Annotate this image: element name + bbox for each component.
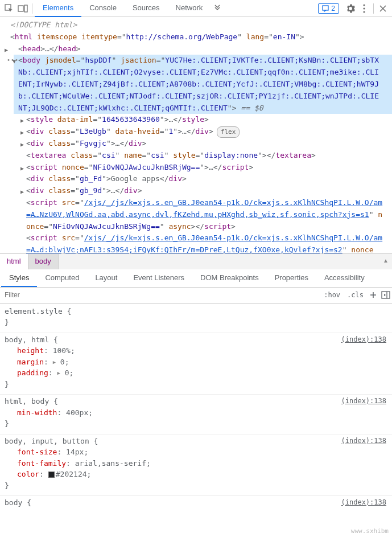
style-rule[interactable]: (index):138 body {	[0, 496, 392, 513]
expand-arrow-icon[interactable]	[20, 187, 24, 196]
breadcrumb: html body ▲	[0, 253, 392, 269]
source-link[interactable]: (index):138	[341, 436, 386, 446]
svg-point-4	[363, 4, 365, 6]
issues-bubble[interactable]: 2	[318, 3, 339, 14]
svg-point-6	[363, 11, 365, 13]
dom-body-selected[interactable]: ••• <body jsmodel="hspDDf" jsaction="YUC…	[14, 55, 392, 114]
dom-div[interactable]: <div class="Fgvgjc">…</div>	[22, 138, 384, 150]
expand-arrow-icon[interactable]	[20, 164, 24, 173]
crumb-html[interactable]: html	[0, 254, 28, 269]
dom-body-children: <style data-iml="1645633643960">…</style…	[6, 114, 392, 253]
expand-arrow-icon[interactable]	[20, 116, 24, 125]
expand-arrow-icon[interactable]	[5, 46, 8, 55]
subtab-styles[interactable]: Styles	[1, 269, 37, 287]
styles-subtabs: Styles Computed Layout Event Listeners D…	[0, 269, 392, 288]
source-link[interactable]: (index):138	[341, 396, 386, 406]
subtab-dom-breakpoints[interactable]: DOM Breakpoints	[192, 269, 267, 287]
dom-script[interactable]: <script nonce="NFiOvNQJAwJcuJknBSRjWg=="…	[22, 162, 384, 174]
dom-doctype[interactable]: <!DOCTYPE html>	[6, 19, 392, 31]
scroll-up-icon[interactable]: ▲	[383, 257, 389, 264]
tab-elements[interactable]: Elements	[35, 0, 81, 17]
toggle-sidebar-icon[interactable]	[379, 289, 392, 301]
breadcrumb-overflow: ▲	[59, 254, 392, 269]
dom-script-src[interactable]: <script src="/xjs/_/js/k=xjs.s.en_GB.J0e…	[22, 197, 384, 232]
close-icon[interactable]	[376, 2, 390, 15]
style-rule[interactable]: (index):138 body, input, button { font-s…	[0, 434, 392, 497]
style-rule[interactable]: (index):138 html, body { min-width: 400p…	[0, 395, 392, 434]
subtab-properties[interactable]: Properties	[267, 269, 316, 287]
subtab-accessibility[interactable]: Accessibility	[316, 269, 373, 287]
tab-console[interactable]: Console	[81, 0, 125, 17]
subtab-computed[interactable]: Computed	[37, 269, 87, 287]
dom-tree[interactable]: <!DOCTYPE html> <html itemscope itemtype…	[0, 17, 392, 253]
devtools-toolbar: Elements Console Sources Network 2	[0, 0, 392, 17]
flex-badge[interactable]: flex	[217, 126, 240, 138]
color-swatch-icon[interactable]	[48, 472, 55, 478]
hov-toggle[interactable]: :hov	[320, 289, 344, 301]
tab-sources[interactable]: Sources	[125, 0, 168, 17]
dom-style[interactable]: <style data-iml="1645633643960">…</style…	[22, 114, 384, 126]
subtab-event-listeners[interactable]: Event Listeners	[125, 269, 192, 287]
svg-rect-2	[24, 5, 27, 12]
settings-icon[interactable]	[344, 2, 357, 15]
styles-filter-bar: :hov .cls	[0, 288, 392, 304]
svg-rect-1	[18, 6, 23, 11]
dom-div-gbfd[interactable]: <div class="gb_Fd">Google apps</div>	[22, 173, 384, 185]
dom-head[interactable]: <head>…</head>	[6, 43, 392, 55]
expand-arrow-icon[interactable]	[13, 57, 16, 66]
toolbar-divider	[373, 3, 374, 14]
source-link[interactable]: (index):138	[341, 334, 386, 345]
style-rule[interactable]: element.style {}	[0, 305, 392, 333]
kebab-menu-icon[interactable]	[357, 2, 371, 15]
svg-rect-3	[323, 6, 328, 10]
tab-network[interactable]: Network	[168, 0, 211, 17]
filter-input[interactable]	[0, 289, 320, 301]
cls-toggle[interactable]: .cls	[344, 289, 367, 301]
svg-point-5	[363, 7, 365, 9]
subtab-layout[interactable]: Layout	[87, 269, 125, 287]
style-rule[interactable]: (index):138 body, html { height: 100%; m…	[0, 333, 392, 395]
dom-div-gb9d[interactable]: <div class="gb_9d">…</div>	[22, 185, 384, 197]
source-link[interactable]: (index):138	[341, 497, 386, 507]
watermark-text: www.sxhibm	[351, 527, 389, 535]
styles-panel[interactable]: element.style {} (index):138 body, html …	[0, 304, 392, 538]
device-toggle-icon[interactable]	[16, 2, 30, 15]
expand-arrow-icon[interactable]	[20, 128, 24, 137]
new-style-rule-icon[interactable]	[367, 289, 379, 301]
toolbar-divider	[32, 3, 32, 14]
more-tabs-icon[interactable]	[211, 2, 224, 15]
dom-textarea[interactable]: <textarea class="csi" name="csi" style="…	[22, 150, 384, 162]
issues-count: 2	[331, 5, 335, 13]
crumb-body[interactable]: body	[28, 254, 59, 269]
dom-html-open[interactable]: <html itemscope itemtype="http://schema.…	[6, 31, 392, 43]
dom-script-src[interactable]: <script src="/xjs/_/js/k=xjs.s.en_GB.J0e…	[22, 232, 384, 253]
dom-div-main[interactable]: <div class="L3eUgb" data-hveid="1">…</di…	[22, 126, 384, 138]
inspect-element-icon[interactable]	[2, 2, 16, 15]
expand-arrow-icon[interactable]	[20, 140, 24, 149]
